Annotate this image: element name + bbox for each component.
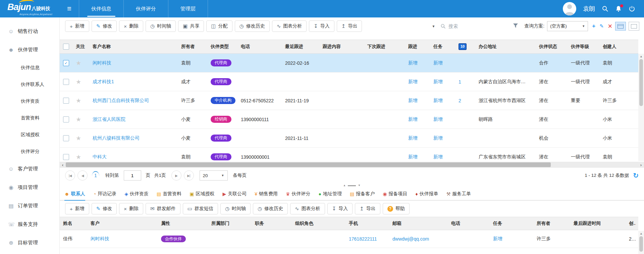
toolbar-button[interactable]: ◷修改历史 <box>253 203 288 214</box>
detail-tab[interactable]: ▤首营资料 <box>157 191 181 200</box>
search-icon[interactable] <box>602 5 608 12</box>
sidebar-item[interactable]: ☻伙伴管理 <box>0 41 59 59</box>
column-header[interactable]: 创建时间 <box>626 220 636 226</box>
star-icon[interactable]: ★ <box>76 116 81 123</box>
delete-scheme-icon[interactable]: ✕ <box>608 23 612 30</box>
follow-add-link[interactable]: 新增 <box>408 79 418 84</box>
detail-tab[interactable]: ▣区域授权 <box>190 191 214 200</box>
follow-add-link[interactable]: 新增 <box>408 154 418 159</box>
toolbar-button[interactable]: ✎修改 <box>92 203 117 214</box>
column-header[interactable]: 所有者 <box>533 220 570 226</box>
column-header[interactable]: 电话 <box>448 220 490 226</box>
column-header[interactable]: 组织角色 <box>292 220 345 226</box>
edit-scheme-icon[interactable]: ✎ <box>599 23 604 29</box>
detail-vertical-scrollbar[interactable]: ▲ <box>638 231 644 254</box>
task-add-link[interactable]: 新增 <box>433 98 443 103</box>
column-header[interactable]: 跟进内容 <box>319 44 364 50</box>
row-checkbox[interactable]: ✓ <box>63 60 69 66</box>
panel-splitter[interactable]: ▲ ▼ <box>60 183 644 188</box>
brand-logo[interactable]: Bajun 八骏科技 Anyone,Anytime,Anywhere! <box>0 0 60 17</box>
task-add-link[interactable]: 新增 <box>433 116 443 122</box>
mobile-link[interactable]: 17618222111 <box>349 236 377 242</box>
next-page-button[interactable]: ▶ <box>171 170 181 181</box>
detail-tab[interactable]: ☻联系人 <box>64 191 85 200</box>
main-vertical-scrollbar[interactable]: ▲ <box>638 54 644 161</box>
contact-row[interactable]: 佳伟闲时科技合作伙伴17618222111dwwdwj@qq.com新增许三多2… <box>60 230 638 248</box>
hscroll-thumb[interactable] <box>66 162 551 167</box>
column-header[interactable]: 关注 <box>72 44 89 50</box>
sidebar-subitem[interactable]: 伙伴资质 <box>0 93 59 109</box>
sidebar-item[interactable]: ☺销售行动 <box>0 22 59 41</box>
follow-add-link[interactable]: 新增 <box>408 60 418 65</box>
count-link[interactable]: 2 <box>459 98 461 103</box>
sidebar-item[interactable]: ☺客户管理 <box>0 160 59 178</box>
column-header[interactable]: 下次跟进 <box>364 44 405 50</box>
column-header[interactable]: 最后跟进时间 <box>570 220 626 226</box>
column-header[interactable]: 姓名 <box>60 220 87 226</box>
sidebar-item[interactable]: ▤订单管理 <box>0 197 59 215</box>
page-input[interactable] <box>124 170 141 181</box>
toolbar-button[interactable]: ▭群发短信 <box>183 203 218 214</box>
toolbar-button[interactable]: ↧导入 <box>309 20 334 32</box>
partner-name-link[interactable]: 中科大 <box>93 154 107 159</box>
sidebar-subitem[interactable]: 伙伴联系人 <box>0 76 59 93</box>
detail-tab[interactable]: ¥销售费用 <box>255 191 278 200</box>
follow-add-link[interactable]: 新增 <box>408 135 418 141</box>
sidebar-subitem[interactable]: 伙伴评分 <box>0 143 59 160</box>
detail-tab[interactable]: ▤报备客户 <box>350 191 375 200</box>
star-icon[interactable]: ★ <box>76 154 81 160</box>
collapse-arrow-icon[interactable]: ▼ <box>432 24 435 28</box>
task-add-link[interactable]: 新增 <box>433 154 443 159</box>
scroll-right-icon[interactable]: › <box>638 162 644 167</box>
refresh-icon[interactable]: ↻ <box>633 171 639 180</box>
follow-add-link[interactable]: 新增 <box>408 98 418 103</box>
splitter-down-icon[interactable]: ▼ <box>358 184 361 187</box>
star-icon[interactable]: ★ <box>76 60 81 66</box>
column-header[interactable]: 办公地址 <box>475 44 536 50</box>
detail-tab[interactable]: ⚒服务工单 <box>446 191 471 200</box>
scroll-up-icon[interactable]: ▲ <box>640 54 643 59</box>
task-add-link[interactable]: 新增 <box>433 79 443 84</box>
splitter-up-icon[interactable]: ▲ <box>343 184 346 187</box>
column-header[interactable]: 邮箱 <box>389 220 448 226</box>
page-size-select[interactable]: 20 ▼ <box>200 170 228 181</box>
column-badge-10[interactable]: 10 <box>459 43 467 50</box>
detail-tab[interactable]: ♛伙伴评分 <box>286 191 311 200</box>
scroll-thumb[interactable] <box>639 236 643 252</box>
customer-link[interactable]: 闲时科技 <box>91 236 109 241</box>
power-icon[interactable] <box>629 5 635 12</box>
detail-tab[interactable]: ♦伙伴报单 <box>416 191 438 200</box>
toolbar-button[interactable]: ▣共享 <box>178 20 204 32</box>
toolbar-button[interactable]: ∿图表分析 <box>272 20 307 32</box>
toolbar-button[interactable]: ↧导入 <box>327 203 353 214</box>
splitter-handle[interactable] <box>348 185 356 186</box>
toolbar-button[interactable]: ◫分配 <box>206 20 232 32</box>
table-row[interactable]: ★浙江省人民医院小麦经销商13900000111新增新增朝晖路潜在小米 <box>60 110 638 129</box>
task-add-link[interactable]: 新增 <box>493 236 502 241</box>
detail-tab[interactable]: ◈伙伴资质 <box>124 191 149 200</box>
email-link[interactable]: dwwdwj@qq.com <box>392 236 429 242</box>
column-header[interactable]: 客户 <box>87 220 158 226</box>
star-icon[interactable]: ★ <box>76 97 81 104</box>
table-row[interactable]: ★杭州八骏科技有限公司小麦代理商2021-11-11新增新增机会小米 <box>60 129 638 148</box>
toolbar-button[interactable]: ◷时间轴 <box>146 20 176 32</box>
toolbar-button[interactable]: ∿图表分析 <box>290 203 325 214</box>
column-header[interactable]: 客户名称 <box>89 44 178 50</box>
column-header[interactable]: 手机 <box>345 220 389 226</box>
avatar[interactable] <box>563 2 576 15</box>
column-header[interactable]: 任务 <box>490 220 533 226</box>
column-header[interactable]: 10 <box>455 43 475 50</box>
query-scheme-select[interactable]: (空方案) ▼ <box>547 21 588 31</box>
search-input[interactable] <box>448 23 506 29</box>
toolbar-button[interactable]: ◷修改历史 <box>235 20 270 32</box>
toolbar-button[interactable]: ?帮助 <box>383 203 410 214</box>
column-header[interactable]: 伙伴等级 <box>568 44 599 50</box>
toolbar-button[interactable]: ×删除 <box>119 203 143 214</box>
detail-tab[interactable]: ◉报备项目 <box>383 191 407 200</box>
column-header[interactable]: 最近跟进 <box>282 44 319 50</box>
row-checkbox[interactable] <box>63 79 69 85</box>
task-add-link[interactable]: 新增 <box>433 60 443 65</box>
horizontal-scrollbar[interactable]: ‹ › <box>60 162 644 168</box>
column-header[interactable]: 跟进 <box>405 44 430 50</box>
table-row[interactable]: ★成才科技1成才代理商新增新增1内蒙古自治区乌海市…潜在一级代理成才 <box>60 72 638 91</box>
